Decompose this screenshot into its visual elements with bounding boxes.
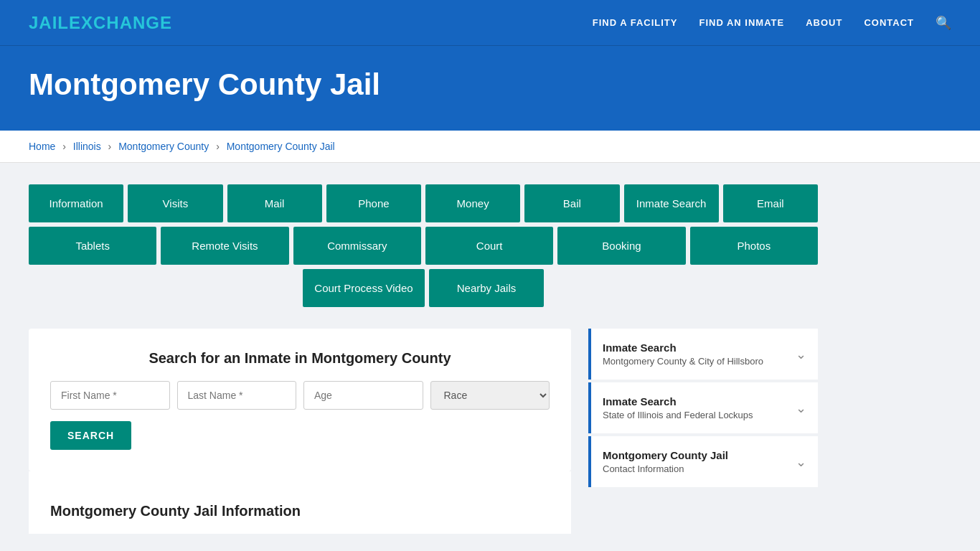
breadcrumb-montgomery-county[interactable]: Montgomery County — [118, 141, 209, 152]
breadcrumb-illinois[interactable]: Illinois — [73, 141, 101, 152]
breadcrumb-sep-1: › — [62, 141, 66, 152]
breadcrumb-sep-3: › — [216, 141, 220, 152]
sidebar-item-1-subtitle: Montgomery County & City of Hillsboro — [603, 356, 763, 367]
btn-email[interactable]: Email — [723, 184, 818, 222]
breadcrumb-current[interactable]: Montgomery County Jail — [227, 141, 335, 152]
btn-inmate-search[interactable]: Inmate Search — [624, 184, 719, 222]
nav-about[interactable]: ABOUT — [806, 17, 842, 28]
bottom-layout: Search for an Inmate in Montgomery Count… — [29, 329, 818, 534]
info-section: Montgomery County Jail Information — [29, 471, 571, 534]
logo[interactable]: JAILEXCHANGE — [29, 13, 172, 33]
sidebar-item-3-subtitle: Contact Information — [603, 463, 728, 474]
chevron-down-icon-3: ⌄ — [796, 454, 806, 470]
sidebar-item-3-title: Montgomery County Jail — [603, 449, 728, 461]
first-name-input[interactable] — [50, 381, 170, 410]
left-column: Search for an Inmate in Montgomery Count… — [29, 329, 571, 534]
logo-exchange: EXCHANGE — [69, 13, 172, 32]
btn-bail[interactable]: Bail — [524, 184, 619, 222]
btn-court-process-video[interactable]: Court Process Video — [303, 269, 425, 307]
info-heading: Montgomery County Jail Information — [50, 503, 550, 519]
btn-tablets[interactable]: Tablets — [29, 227, 156, 265]
btn-court[interactable]: Court — [425, 227, 553, 265]
button-row3: Court Process Video Nearby Jails — [29, 269, 818, 307]
btn-booking[interactable]: Booking — [557, 227, 685, 265]
btn-remote-visits[interactable]: Remote Visits — [161, 227, 288, 265]
chevron-down-icon-2: ⌄ — [796, 400, 806, 416]
btn-visits[interactable]: Visits — [128, 184, 222, 222]
main-area: Information Visits Mail Phone Money Bail… — [0, 163, 980, 551]
btn-nearby-jails[interactable]: Nearby Jails — [429, 269, 544, 307]
breadcrumb-sep-2: › — [108, 141, 112, 152]
page-title: Montgomery County Jail — [29, 67, 951, 102]
btn-mail[interactable]: Mail — [227, 184, 322, 222]
sidebar-item-1-title: Inmate Search — [603, 342, 763, 354]
btn-photos[interactable]: Photos — [690, 227, 818, 265]
nav-contact[interactable]: CONTACT — [864, 17, 914, 28]
sidebar-item-1[interactable]: Inmate Search Montgomery County & City o… — [588, 329, 818, 380]
header: JAILEXCHANGE FIND A FACILITY FIND AN INM… — [0, 0, 980, 46]
age-input[interactable] — [303, 381, 423, 410]
search-section: Search for an Inmate in Montgomery Count… — [29, 329, 571, 471]
search-title: Search for an Inmate in Montgomery Count… — [50, 350, 550, 367]
button-grid: Information Visits Mail Phone Money Bail… — [29, 184, 818, 307]
search-fields: Race — [50, 381, 550, 410]
search-icon-button[interactable]: 🔍 — [936, 15, 951, 31]
last-name-input[interactable] — [177, 381, 297, 410]
nav-find-facility[interactable]: FIND A FACILITY — [593, 17, 678, 28]
hero-section: Montgomery County Jail — [0, 46, 980, 131]
race-select[interactable]: Race — [430, 381, 550, 410]
sidebar-item-2-title: Inmate Search — [603, 395, 753, 408]
btn-money[interactable]: Money — [425, 184, 520, 222]
btn-information[interactable]: Information — [29, 184, 123, 222]
sidebar: Inmate Search Montgomery County & City o… — [588, 329, 818, 534]
nav-find-inmate[interactable]: FIND AN INMATE — [699, 17, 784, 28]
breadcrumb-home[interactable]: Home — [29, 141, 55, 152]
btn-commissary[interactable]: Commissary — [293, 227, 421, 265]
main-nav: FIND A FACILITY FIND AN INMATE ABOUT CON… — [593, 15, 951, 31]
chevron-down-icon-1: ⌄ — [796, 347, 806, 362]
logo-jail: JAIL — [29, 13, 69, 32]
sidebar-item-3[interactable]: Montgomery County Jail Contact Informati… — [588, 436, 818, 487]
sidebar-item-2-subtitle: State of Illinois and Federal Lockups — [603, 410, 753, 420]
breadcrumb: Home › Illinois › Montgomery County › Mo… — [0, 131, 980, 163]
sidebar-item-2[interactable]: Inmate Search State of Illinois and Fede… — [588, 382, 818, 433]
search-button[interactable]: SEARCH — [50, 421, 131, 450]
btn-phone[interactable]: Phone — [326, 184, 421, 222]
